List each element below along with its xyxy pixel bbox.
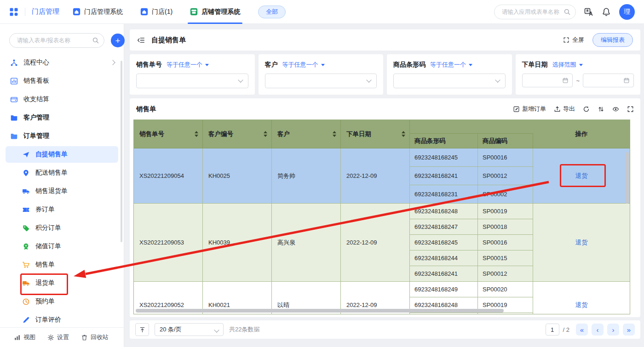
- column-header-order-no[interactable]: 销售单号: [134, 120, 203, 148]
- add-order-button[interactable]: 新增订单: [513, 105, 546, 113]
- sidebar-item[interactable]: 客户管理: [0, 108, 124, 127]
- notification-bell-icon[interactable]: [602, 7, 611, 17]
- horizontal-scrollbar[interactable]: [136, 309, 504, 313]
- last-page-button[interactable]: »: [623, 324, 635, 336]
- edit-report-button[interactable]: 编辑报表: [592, 33, 633, 47]
- item-row: 6923248168244SP00015: [410, 250, 533, 266]
- filter-operator-dropdown[interactable]: 选择范围: [552, 61, 583, 69]
- sidebar-item[interactable]: 券订单: [0, 200, 124, 219]
- sidebar-item[interactable]: 订单评价: [0, 311, 124, 327]
- collapse-sidebar-icon[interactable]: [137, 36, 145, 44]
- apps-grid-icon[interactable]: [9, 7, 18, 17]
- filter-bar: 销售单号 等于任意一个 客户 等于任意一个 商品条形码 等于任意一个 下单日期 …: [130, 54, 640, 95]
- tab-2[interactable]: 门店(1): [132, 0, 181, 24]
- sidebar-item[interactable]: 收支结算: [0, 90, 124, 108]
- user-avatar[interactable]: 理: [619, 4, 635, 20]
- sidebar-scrollbar[interactable]: [121, 61, 122, 242]
- chevron-right-icon: [110, 60, 115, 65]
- cell-order-no: XS20221209054: [134, 148, 203, 203]
- fullscreen-button[interactable]: 全屏: [563, 36, 584, 44]
- next-page-button[interactable]: ›: [607, 324, 619, 336]
- column-header-customer-no[interactable]: 客户编号: [203, 120, 272, 148]
- sidebar-item[interactable]: 订单管理: [0, 127, 124, 145]
- cell-barcode: 6923248168245: [410, 148, 478, 166]
- filter-operator-label: 等于任意一个: [282, 61, 318, 69]
- caret-down-icon: [321, 64, 325, 68]
- page-size-select[interactable]: 20 条/页: [155, 323, 224, 336]
- sidebar-footer-recycle-bin[interactable]: 回收站: [81, 333, 109, 341]
- sidebar-item[interactable]: 销售单: [0, 256, 124, 274]
- sidebar-item[interactable]: 自提销售单: [0, 145, 124, 164]
- truck-icon: [22, 279, 30, 287]
- prev-page-button[interactable]: ‹: [592, 324, 604, 336]
- refresh-button[interactable]: [583, 106, 590, 113]
- cart-icon: [22, 261, 30, 269]
- form-search-input[interactable]: [16, 37, 92, 44]
- sidebar-footer-settings[interactable]: 设置: [47, 333, 69, 341]
- sidebar-item[interactable]: 配送销售单: [0, 164, 124, 182]
- sort-icon[interactable]: [333, 131, 336, 137]
- sidebar-search-row: +: [9, 33, 115, 48]
- sidebar-footer-label: 回收站: [91, 333, 109, 341]
- truck-icon: [22, 188, 30, 195]
- sort-icon[interactable]: [195, 131, 198, 137]
- first-page-button[interactable]: «: [576, 324, 588, 336]
- chevron-down-icon: [366, 77, 371, 82]
- sort-icon[interactable]: [402, 131, 405, 137]
- filter-value-select[interactable]: [136, 74, 248, 88]
- items-column: 6923248168245SP000166923248168241SP00012…: [410, 148, 533, 203]
- item-row: 6923248168235SP00006: [410, 313, 533, 314]
- tab-1[interactable]: 门店管理系统: [64, 0, 132, 24]
- export-button[interactable]: 导出: [554, 105, 575, 113]
- filter-operator-dropdown[interactable]: 等于任意一个: [167, 61, 209, 69]
- sortud-icon: [598, 106, 604, 113]
- sidebar-item[interactable]: 销售看板: [0, 72, 124, 90]
- add-form-button[interactable]: +: [111, 34, 125, 47]
- sort-button[interactable]: [598, 106, 604, 113]
- sidebar-item[interactable]: 储值订单: [0, 237, 124, 256]
- chevron-down-icon: [495, 77, 500, 82]
- column-header-date[interactable]: 下单日期: [341, 120, 410, 148]
- filter-value-select[interactable]: [393, 74, 506, 88]
- item-row: 6923248168241SP00012: [410, 266, 533, 281]
- sidebar-item[interactable]: 积分订单: [0, 219, 124, 237]
- cell-barcode: 6923248168231: [410, 185, 478, 203]
- all-filter-pill[interactable]: 全部: [258, 6, 286, 18]
- table-fullscreen-button[interactable]: [627, 106, 634, 113]
- sort-icon[interactable]: [264, 131, 267, 137]
- column-header-action: 操作: [533, 120, 630, 148]
- filter-card-customer: 客户 等于任意一个: [259, 54, 384, 95]
- sidebar-footer-label: 设置: [57, 333, 69, 341]
- vertical-scrollbar[interactable]: [625, 152, 629, 204]
- date-end-input[interactable]: [583, 74, 634, 87]
- app-search-input[interactable]: [501, 8, 564, 16]
- return-link[interactable]: 退货: [575, 301, 588, 309]
- return-link[interactable]: 退货: [575, 172, 588, 180]
- column-header-customer[interactable]: 客户: [272, 120, 341, 148]
- cell-product-code: SP00020: [478, 282, 533, 297]
- visibility-button[interactable]: [612, 106, 619, 113]
- sidebar-item[interactable]: 预约单: [0, 292, 124, 311]
- sidebar-item[interactable]: 退货单: [0, 274, 124, 292]
- filter-value-select[interactable]: [265, 74, 377, 88]
- column-header-product-code: 商品编码: [478, 134, 533, 148]
- filter-operator-dropdown[interactable]: 等于任意一个: [282, 61, 325, 69]
- current-page-input[interactable]: 1: [546, 324, 559, 336]
- workspace-name[interactable]: 门店管理: [32, 7, 59, 16]
- sidebar-item[interactable]: 销售退货单: [0, 182, 124, 200]
- tab-3[interactable]: 店铺管理系统: [181, 0, 249, 24]
- table-card: 销售单 新增订单导出 销售单号 客户编号 客户 下单日期 商品条形码 商品编码 …: [130, 98, 640, 317]
- date-start-input[interactable]: [522, 74, 573, 87]
- table-body: XS20221209054KH0025简务帅2022-12-0969232481…: [134, 148, 630, 314]
- language-icon[interactable]: [584, 7, 593, 17]
- sidebar-item[interactable]: 流程中心: [0, 53, 124, 72]
- return-link[interactable]: 退货: [575, 239, 588, 247]
- filter-operator-dropdown[interactable]: 等于任意一个: [430, 61, 472, 69]
- table-card-header: 销售单 新增订单导出: [130, 98, 640, 119]
- home-icon: [73, 8, 80, 16]
- back-to-top-button[interactable]: [135, 323, 149, 336]
- chevron-down-icon: [238, 77, 243, 82]
- app-search-box[interactable]: [494, 5, 576, 19]
- form-search-box[interactable]: [9, 33, 104, 48]
- sidebar-footer-view[interactable]: 视图: [14, 333, 35, 341]
